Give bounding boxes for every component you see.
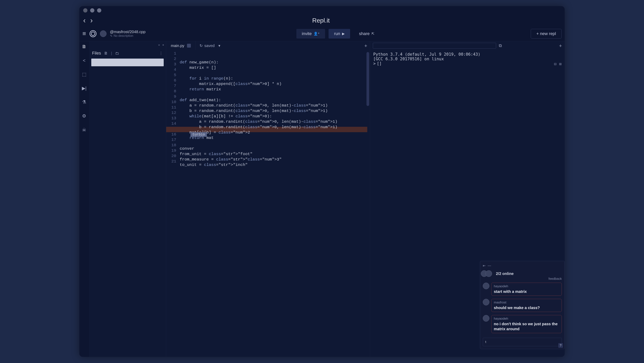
presence-avatars[interactable]: [483, 270, 492, 277]
chat-bubble: hayaodehno i don't think so we just pass…: [491, 315, 562, 333]
editor-panel: main.py ↻ saved ▾ + 12345678910111213141…: [166, 41, 370, 357]
chat-username: hayaodeh: [494, 284, 559, 288]
autocomplete-suggestion[interactable]: turbio: [190, 132, 207, 137]
sidebar-skull-icon[interactable]: ☠: [81, 126, 88, 133]
url-input[interactable]: [373, 43, 496, 49]
history-icon: ↻: [200, 43, 203, 48]
external-link-icon: ⇱: [372, 32, 374, 36]
chat-bubble: masfrostshould we make a class?: [491, 299, 562, 312]
workspace: 🗎 < ⬚ ▶| ⚗ ⚙ ☠ + × Files 🗎 | 🗀 ⋮: [79, 41, 565, 357]
editor-tabs: main.py ↻ saved ▾ +: [166, 41, 370, 50]
chat-collapse-icon[interactable]: ⇤: [483, 264, 486, 268]
files-tabbar: + ×: [89, 41, 166, 49]
left-sidebar: 🗎 < ⬚ ▶| ⚗ ⚙ ☠: [79, 41, 89, 357]
add-editor-tab-icon[interactable]: +: [364, 43, 367, 49]
close-window-button[interactable]: [83, 8, 88, 13]
user-avatar[interactable]: [100, 31, 106, 37]
invite-button[interactable]: invite 👤⁺: [296, 29, 325, 39]
chat-header: ⇤ —: [480, 261, 564, 270]
repl-path[interactable]: @masfrost/2048.cpp: [110, 30, 146, 34]
chat-text: start with a matrix: [494, 289, 559, 294]
code-editor[interactable]: 123456789101112131415161718192021 def ne…: [166, 50, 370, 357]
console-collapse-icon[interactable]: ⊟: [554, 62, 556, 66]
sidebar-files-icon[interactable]: 🗎: [81, 43, 88, 50]
chat-messages: hayaodehstart with a matrixmasfrostshoul…: [480, 281, 564, 335]
console-banner-1: Python 3.7.4 (default, Jul 9 2019, 00:06…: [373, 52, 562, 57]
sidebar-debugger-icon[interactable]: ▶|: [81, 85, 88, 92]
sidebar-packages-icon[interactable]: ⬚: [81, 71, 88, 78]
chat-widget: ⇤ — 2/2 online feedback hayaodehstart wi…: [480, 261, 565, 349]
file-item-selected[interactable]: [91, 59, 164, 66]
online-count: 2/2 online: [496, 271, 514, 276]
console-controls: ⊟ ⊞: [554, 62, 562, 66]
chat-message: hayaodehno i don't think so we just pass…: [483, 315, 562, 333]
chevron-down-icon[interactable]: ▾: [218, 43, 220, 48]
chat-message: hayaodehstart with a matrix: [483, 283, 562, 296]
sidebar-share-icon[interactable]: <: [81, 57, 88, 64]
run-button[interactable]: run ▶: [328, 29, 350, 39]
console-prompt[interactable]: > []: [373, 61, 562, 66]
console-toolbar: ⧉ +: [370, 41, 565, 50]
new-folder-icon[interactable]: 🗀: [115, 51, 119, 56]
line-gutter: 123456789101112131415161718192021: [166, 50, 178, 357]
chat-feedback-link[interactable]: feedback: [480, 277, 564, 281]
close-tab-icon[interactable]: ×: [162, 43, 164, 47]
chat-help-button[interactable]: ?: [558, 343, 563, 348]
new-repl-button[interactable]: + new repl: [531, 29, 562, 39]
share-button[interactable]: share ⇱: [354, 29, 380, 39]
open-external-icon[interactable]: ⧉: [499, 43, 502, 48]
avatar[interactable]: [483, 299, 489, 305]
saved-indicator: ↻ saved ▾: [200, 43, 220, 48]
code-content[interactable]: def new_game(n): matrix = [] for i in ra…: [178, 50, 370, 357]
titlebar: [79, 6, 565, 15]
person-add-icon: 👤⁺: [314, 32, 320, 36]
chat-input[interactable]: t: [483, 338, 562, 346]
sidebar-settings-icon[interactable]: ⚙: [81, 113, 88, 120]
chat-text: no i don't think so we just pass the mat…: [494, 321, 559, 331]
add-console-tab-icon[interactable]: +: [559, 43, 562, 49]
app-window: ‹ › Repl.it ≡ @masfrost/2048.cpp ✎ No de…: [79, 6, 565, 357]
navbar: ‹ › Repl.it: [79, 15, 565, 26]
files-header: Files 🗎 | 🗀 ⋮: [89, 49, 166, 58]
repl-description: ✎ No description: [110, 34, 146, 38]
chat-bubble: hayaodehstart with a matrix: [491, 283, 562, 296]
back-button[interactable]: ‹: [83, 16, 86, 25]
avatar[interactable]: [483, 315, 489, 321]
toolbar: ≡ @masfrost/2048.cpp ✎ No description in…: [79, 26, 565, 41]
avatar[interactable]: [483, 283, 489, 289]
repl-meta: @masfrost/2048.cpp ✎ No description: [110, 30, 146, 38]
forward-button[interactable]: ›: [90, 16, 93, 25]
avatar[interactable]: [486, 270, 492, 277]
console-banner-2: [GCC 6.3.0 20170516] on linux: [373, 57, 562, 61]
play-icon: ▶: [342, 32, 345, 36]
chat-text: should we make a class?: [494, 305, 559, 310]
files-panel: + × Files 🗎 | 🗀 ⋮: [89, 41, 166, 357]
chat-username: masfrost: [494, 300, 559, 304]
files-more-icon[interactable]: ⋮: [159, 51, 163, 56]
console-expand-icon[interactable]: ⊞: [559, 62, 562, 66]
editor-tab-main[interactable]: main.py: [166, 41, 196, 50]
chat-top-icons: ⇤ —: [483, 264, 491, 268]
maximize-window-button[interactable]: [97, 8, 101, 13]
files-label: Files: [92, 51, 101, 56]
chat-minimize-icon[interactable]: —: [488, 264, 491, 268]
sidebar-tests-icon[interactable]: ⚗: [81, 99, 88, 106]
tab-status-icon: [187, 44, 191, 48]
console-panel: ⧉ + ⊟ ⊞ Python 3.7.4 (default, Jul 9 201…: [370, 41, 565, 357]
editor-scrollbar[interactable]: [366, 52, 369, 106]
minimize-window-button[interactable]: [90, 8, 94, 13]
add-tab-icon[interactable]: +: [158, 43, 160, 47]
pencil-icon[interactable]: ✎: [110, 34, 112, 38]
chat-message: masfrostshould we make a class?: [483, 299, 562, 312]
page-title: Repl.it: [97, 17, 545, 24]
new-file-icon[interactable]: 🗎: [104, 51, 108, 56]
chat-username: hayaodeh: [494, 317, 559, 321]
replit-logo-icon[interactable]: [90, 30, 96, 37]
hamburger-menu-icon[interactable]: ≡: [82, 30, 86, 37]
